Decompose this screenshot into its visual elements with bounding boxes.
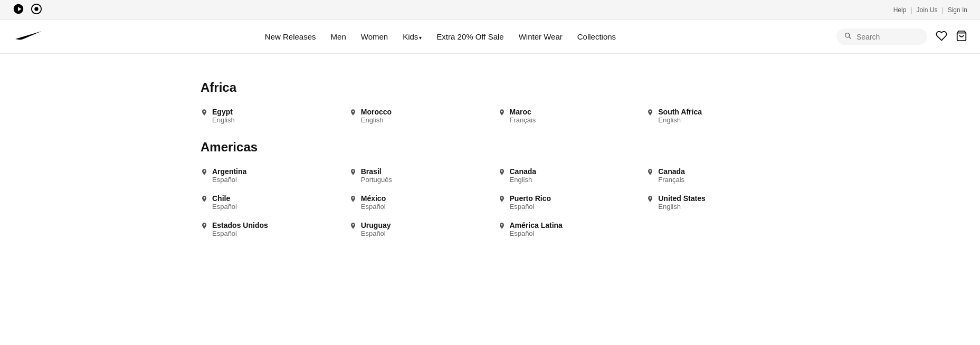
pin-icon xyxy=(498,168,506,177)
cart-icon[interactable] xyxy=(956,30,967,43)
list-item[interactable]: Estados Unidos Español xyxy=(201,221,334,237)
jordan-icon[interactable] xyxy=(13,3,24,16)
africa-title: Africa xyxy=(201,80,779,95)
search-box[interactable] xyxy=(836,28,927,45)
country-name: Egypt xyxy=(212,108,235,116)
country-name: América Latina xyxy=(510,221,563,229)
country-name: Brasil xyxy=(361,167,392,176)
pin-icon xyxy=(349,222,357,231)
country-name: South Africa xyxy=(658,108,702,116)
nav-item-winter-wear[interactable]: Winter Wear xyxy=(519,32,563,41)
nike-logo[interactable] xyxy=(13,30,44,44)
favorites-icon[interactable] xyxy=(936,30,947,43)
country-lang: Português xyxy=(361,176,392,184)
nav-item-collections[interactable]: Collections xyxy=(577,32,616,41)
top-bar-links: Help | Join Us | Sign In xyxy=(893,6,967,14)
country-name: Chile xyxy=(212,194,237,203)
list-item[interactable]: México Español xyxy=(349,194,482,210)
country-name: Canada xyxy=(510,167,537,176)
help-link[interactable]: Help xyxy=(893,6,907,14)
list-item[interactable]: Argentina Español xyxy=(201,167,334,184)
country-lang: English xyxy=(361,116,392,124)
country-lang: Español xyxy=(510,203,551,210)
americas-grid: Argentina Español Brasil Português xyxy=(201,167,779,237)
pin-icon xyxy=(498,222,506,231)
list-item[interactable]: Canada English xyxy=(498,167,631,184)
country-lang: English xyxy=(212,116,235,124)
pin-icon xyxy=(201,168,208,177)
search-input[interactable] xyxy=(857,33,920,41)
signin-link[interactable]: Sign In xyxy=(948,6,967,14)
country-lang: Français xyxy=(510,116,536,124)
country-name: Maroc xyxy=(510,108,536,116)
country-name: United States xyxy=(658,194,705,203)
africa-section: Africa Egypt English Morocco Englis xyxy=(201,80,779,124)
list-item[interactable]: South Africa English xyxy=(646,108,779,124)
main-content: Africa Egypt English Morocco Englis xyxy=(0,54,980,269)
nav-right xyxy=(836,28,967,45)
country-lang: English xyxy=(658,203,705,210)
list-item[interactable]: Canada Français xyxy=(646,167,779,184)
pin-icon xyxy=(201,109,208,118)
americas-section: Americas Argentina Español Brasil P xyxy=(201,140,779,237)
americas-title: Americas xyxy=(201,140,779,155)
pin-icon xyxy=(349,109,357,118)
list-item[interactable]: United States English xyxy=(646,194,779,210)
list-item[interactable]: América Latina Español xyxy=(498,221,631,237)
country-lang: Español xyxy=(212,176,246,184)
pin-icon xyxy=(201,222,208,231)
svg-point-2 xyxy=(845,33,850,37)
brand-logos xyxy=(13,3,42,16)
country-name: Puerto Rico xyxy=(510,194,551,203)
list-item[interactable]: Puerto Rico Español xyxy=(498,194,631,210)
country-name: Canada xyxy=(658,167,685,176)
country-lang: English xyxy=(510,176,537,184)
pin-icon xyxy=(349,195,357,204)
list-item[interactable]: Brasil Português xyxy=(349,167,482,184)
list-item[interactable]: Chile Español xyxy=(201,194,334,210)
nav-links: New Releases Men Women Kids▾ Extra 20% O… xyxy=(265,32,616,41)
kids-dropdown-arrow: ▾ xyxy=(419,35,422,41)
search-icon xyxy=(844,32,852,42)
list-item[interactable]: Egypt English xyxy=(201,108,334,124)
nav-item-men[interactable]: Men xyxy=(331,32,346,41)
nav-item-women[interactable]: Women xyxy=(361,32,388,41)
country-name: Estados Unidos xyxy=(212,221,268,229)
main-nav: New Releases Men Women Kids▾ Extra 20% O… xyxy=(0,20,980,54)
country-lang: Español xyxy=(212,203,237,210)
svg-line-3 xyxy=(849,37,851,39)
country-lang: Español xyxy=(212,229,268,237)
country-lang: Español xyxy=(361,229,391,237)
pin-icon xyxy=(201,195,208,204)
separator-1: | xyxy=(910,6,912,14)
top-bar: Help | Join Us | Sign In xyxy=(0,0,980,20)
nav-item-kids[interactable]: Kids▾ xyxy=(403,32,422,41)
list-item[interactable]: Uruguay Español xyxy=(349,221,482,237)
nav-item-extra-sale[interactable]: Extra 20% Off Sale xyxy=(436,32,503,41)
converse-icon[interactable] xyxy=(31,3,42,16)
country-name: Morocco xyxy=(361,108,392,116)
pin-icon xyxy=(646,195,654,204)
svg-point-1 xyxy=(34,7,38,11)
country-lang: English xyxy=(658,116,702,124)
country-name: México xyxy=(361,194,386,203)
country-name: Argentina xyxy=(212,167,246,176)
country-lang: Français xyxy=(658,176,685,184)
pin-icon xyxy=(646,168,654,177)
pin-icon xyxy=(646,109,654,118)
country-lang: Español xyxy=(361,203,386,210)
nav-item-new-releases[interactable]: New Releases xyxy=(265,32,316,41)
separator-2: | xyxy=(942,6,944,14)
country-name: Uruguay xyxy=(361,221,391,229)
join-link[interactable]: Join Us xyxy=(917,6,938,14)
africa-grid: Egypt English Morocco English xyxy=(201,108,779,124)
country-lang: Español xyxy=(510,229,563,237)
pin-icon xyxy=(498,109,506,118)
list-item[interactable]: Morocco English xyxy=(349,108,482,124)
pin-icon xyxy=(349,168,357,177)
list-item[interactable]: Maroc Français xyxy=(498,108,631,124)
pin-icon xyxy=(498,195,506,204)
